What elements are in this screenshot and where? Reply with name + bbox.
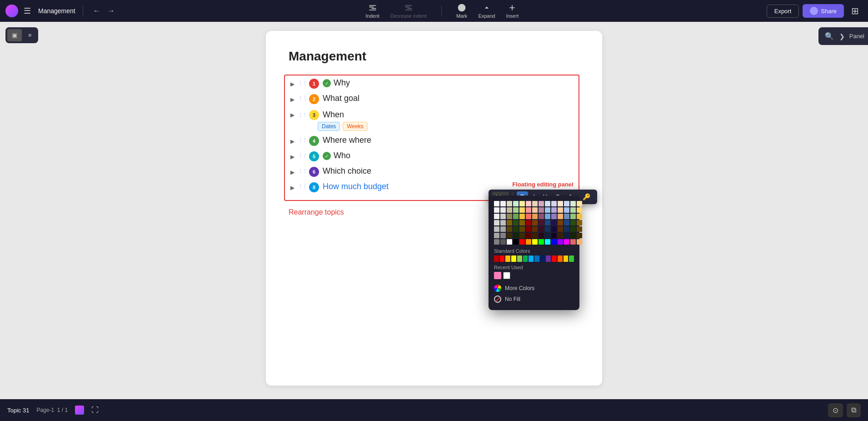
color-cell[interactable] <box>570 226 576 232</box>
color-cell[interactable] <box>519 207 525 213</box>
color-cell[interactable] <box>558 220 563 226</box>
color-cell[interactable] <box>558 226 563 232</box>
color-cell[interactable] <box>564 207 569 213</box>
color-cell[interactable] <box>564 201 569 206</box>
standard-color-cell[interactable] <box>546 256 551 262</box>
no-fill-option[interactable]: No Fill <box>494 294 574 305</box>
color-cell[interactable] <box>577 207 582 213</box>
color-cell[interactable] <box>500 214 506 219</box>
color-cell[interactable] <box>494 233 499 238</box>
color-cell[interactable] <box>519 214 525 219</box>
color-cell[interactable] <box>577 214 582 219</box>
expand-button[interactable]: ⛶ <box>91 406 99 414</box>
color-cell[interactable] <box>577 226 582 232</box>
color-cell[interactable] <box>539 201 544 206</box>
color-cell[interactable] <box>513 220 519 226</box>
export-button[interactable]: Export <box>767 5 799 18</box>
color-cell[interactable] <box>519 239 525 245</box>
color-cell[interactable] <box>539 233 544 238</box>
status-icon-btn-1[interactable]: ⊙ <box>828 403 843 417</box>
color-cell[interactable] <box>526 239 531 245</box>
drag-handle-7[interactable]: ⋮⋮ <box>298 184 307 189</box>
color-cell[interactable] <box>494 201 499 206</box>
color-cell[interactable] <box>500 220 506 226</box>
standard-color-cell[interactable] <box>505 256 510 262</box>
standard-color-cell[interactable] <box>523 256 528 262</box>
color-cell[interactable] <box>558 214 563 219</box>
color-cell[interactable] <box>532 214 538 219</box>
color-cell[interactable] <box>570 239 576 245</box>
color-cell[interactable] <box>577 233 582 238</box>
color-cell[interactable] <box>577 201 582 206</box>
collapse-5[interactable]: ▶ <box>289 152 296 162</box>
standard-color-cell[interactable] <box>564 256 569 262</box>
color-cell[interactable] <box>507 214 512 219</box>
collapse-3[interactable]: ▶ <box>289 110 296 120</box>
standard-color-cell[interactable] <box>569 256 574 262</box>
color-cell[interactable] <box>539 220 544 226</box>
color-cell[interactable] <box>532 233 538 238</box>
color-cell[interactable] <box>551 226 557 232</box>
color-cell[interactable] <box>494 214 499 219</box>
topic-text-5[interactable]: Who <box>334 151 350 160</box>
drag-handle-4[interactable]: ⋮⋮ <box>298 137 307 142</box>
standard-color-cell[interactable] <box>517 256 522 262</box>
color-cell[interactable] <box>494 220 499 226</box>
color-cell[interactable] <box>539 239 544 245</box>
share-button[interactable]: Share <box>803 4 844 18</box>
color-cell[interactable] <box>570 220 576 226</box>
recent-color-cell[interactable] <box>503 272 510 279</box>
color-cell[interactable] <box>570 201 576 206</box>
topic-text-1[interactable]: Why <box>334 78 350 88</box>
color-cell[interactable] <box>564 220 569 226</box>
collapse-7[interactable]: ▶ <box>289 183 296 193</box>
tag-weeks[interactable]: Weeks <box>343 122 367 131</box>
color-cell[interactable] <box>513 233 519 238</box>
color-cell[interactable] <box>513 226 519 232</box>
topic-text-3[interactable]: When <box>323 110 344 120</box>
standard-color-cell[interactable] <box>494 256 499 262</box>
color-cell[interactable] <box>526 233 531 238</box>
panel-chevron[interactable]: ❯ <box>837 31 848 42</box>
color-cell[interactable] <box>500 226 506 232</box>
color-cell[interactable] <box>551 233 557 238</box>
topic-text-2[interactable]: What goal <box>323 94 359 103</box>
color-cell[interactable] <box>577 239 582 245</box>
color-cell[interactable] <box>558 233 563 238</box>
color-cell[interactable] <box>500 233 506 238</box>
color-cell[interactable] <box>532 207 538 213</box>
topic-text-6[interactable]: Which choice <box>323 166 371 176</box>
drag-handle-6[interactable]: ⋮⋮ <box>298 168 307 173</box>
color-cell[interactable] <box>513 214 519 219</box>
color-cell[interactable] <box>545 207 550 213</box>
color-cell[interactable] <box>545 214 550 219</box>
toggle-list-view[interactable]: ≡ <box>24 29 36 41</box>
color-cell[interactable] <box>507 207 512 213</box>
standard-color-cell[interactable] <box>558 256 563 262</box>
drag-handle-1[interactable]: ⋮⋮ <box>298 80 307 85</box>
grid-button[interactable]: ⊞ <box>848 4 863 18</box>
collapse-1[interactable]: ▶ <box>289 79 296 89</box>
color-cell[interactable] <box>545 201 550 206</box>
standard-color-cell[interactable] <box>534 256 539 262</box>
color-cell[interactable] <box>564 214 569 219</box>
color-cell[interactable] <box>507 220 512 226</box>
menu-icon[interactable]: ☰ <box>22 4 33 18</box>
color-cell[interactable] <box>545 233 550 238</box>
undo-button[interactable]: ← <box>90 5 103 17</box>
color-cell[interactable] <box>564 233 569 238</box>
color-cell[interactable] <box>526 214 531 219</box>
collapse-4[interactable]: ▶ <box>289 136 296 146</box>
color-cell[interactable] <box>539 226 544 232</box>
color-cell[interactable] <box>570 233 576 238</box>
color-cell[interactable] <box>532 220 538 226</box>
color-cell[interactable] <box>532 226 538 232</box>
color-cell[interactable] <box>519 233 525 238</box>
collapse-6[interactable]: ▶ <box>289 167 296 177</box>
color-cell[interactable] <box>513 201 519 206</box>
toggle-grid-view[interactable]: ▣ <box>7 29 22 41</box>
standard-color-cell[interactable] <box>500 256 505 262</box>
standard-color-cell[interactable] <box>529 256 534 262</box>
color-cell[interactable] <box>500 239 506 245</box>
color-cell[interactable] <box>564 226 569 232</box>
